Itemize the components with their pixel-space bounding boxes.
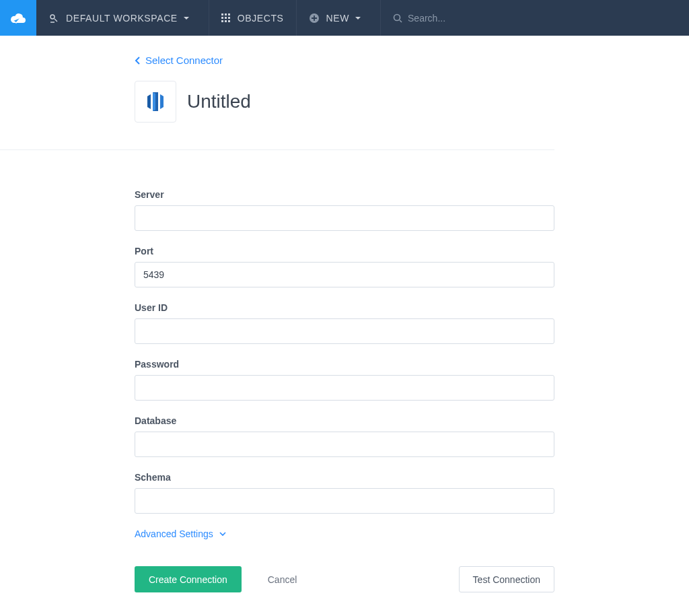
test-connection-button[interactable]: Test Connection — [459, 566, 554, 592]
database-input[interactable] — [135, 432, 554, 457]
connector-icon-box — [135, 81, 176, 123]
password-label: Password — [135, 359, 554, 370]
back-link[interactable]: Select Connector — [135, 55, 554, 66]
svg-rect-6 — [228, 17, 230, 19]
cloud-icon — [9, 11, 27, 25]
port-input[interactable] — [135, 262, 554, 287]
scope-icon — [48, 13, 59, 24]
title-bar: Untitled — [135, 81, 554, 123]
brand-logo[interactable] — [0, 0, 36, 36]
search-input[interactable] — [408, 13, 542, 24]
password-input[interactable] — [135, 375, 554, 401]
svg-rect-8 — [225, 20, 227, 22]
svg-rect-3 — [228, 13, 230, 15]
svg-point-0 — [50, 15, 55, 19]
new-label: NEW — [326, 13, 349, 24]
search-icon — [393, 13, 402, 23]
workspace-label: DEFAULT WORKSPACE — [66, 13, 178, 24]
top-navbar: DEFAULT WORKSPACE OBJECTS NEW — [0, 0, 689, 36]
advanced-settings-label: Advanced Settings — [135, 528, 213, 539]
global-search[interactable] — [381, 0, 689, 36]
objects-nav[interactable]: OBJECTS — [209, 0, 297, 36]
advanced-settings-toggle[interactable]: Advanced Settings — [135, 528, 554, 539]
chevron-left-icon — [135, 56, 141, 65]
svg-rect-5 — [225, 17, 227, 19]
chevron-down-icon — [355, 15, 361, 22]
action-row: Create Connection Cancel Test Connection — [135, 566, 554, 592]
database-label: Database — [135, 415, 554, 426]
svg-point-11 — [394, 14, 400, 20]
svg-rect-9 — [228, 20, 230, 22]
svg-rect-2 — [225, 13, 227, 15]
section-divider — [0, 149, 554, 150]
chevron-down-icon — [219, 530, 227, 538]
grid-icon — [221, 13, 231, 23]
schema-label: Schema — [135, 472, 554, 483]
new-menu[interactable]: NEW — [297, 0, 381, 36]
chevron-down-icon — [183, 15, 190, 22]
plus-circle-icon — [309, 13, 320, 24]
back-link-label: Select Connector — [145, 55, 223, 66]
create-connection-button[interactable]: Create Connection — [135, 566, 242, 592]
cancel-button[interactable]: Cancel — [254, 566, 312, 592]
objects-label: OBJECTS — [238, 13, 284, 24]
server-input[interactable] — [135, 205, 554, 231]
page-body: Select Connector Untitled Server Port — [0, 36, 689, 592]
svg-rect-7 — [221, 20, 223, 22]
schema-input[interactable] — [135, 488, 554, 514]
page-title: Untitled — [187, 91, 251, 112]
port-label: Port — [135, 246, 554, 256]
workspace-switcher[interactable]: DEFAULT WORKSPACE — [36, 0, 209, 36]
userid-input[interactable] — [135, 318, 554, 344]
redshift-icon — [144, 90, 167, 113]
server-label: Server — [135, 189, 554, 200]
svg-rect-1 — [221, 13, 223, 15]
userid-label: User ID — [135, 302, 554, 313]
svg-rect-4 — [221, 17, 223, 19]
